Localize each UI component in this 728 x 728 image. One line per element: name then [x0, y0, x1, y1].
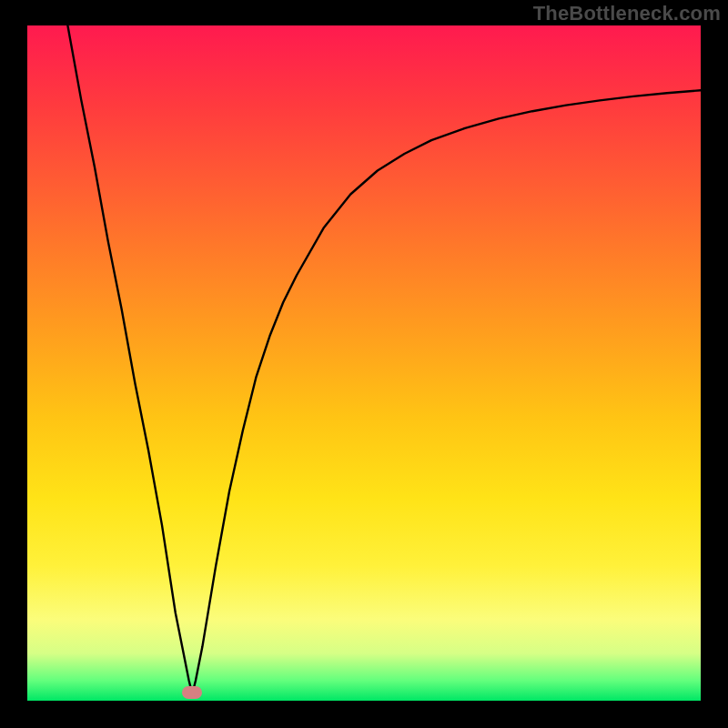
watermark-text: TheBottleneck.com: [533, 2, 721, 25]
chart-frame: TheBottleneck.com: [0, 0, 728, 728]
optimum-marker: [182, 686, 202, 699]
bottleneck-curve: [27, 25, 701, 701]
plot-area: [27, 25, 701, 701]
